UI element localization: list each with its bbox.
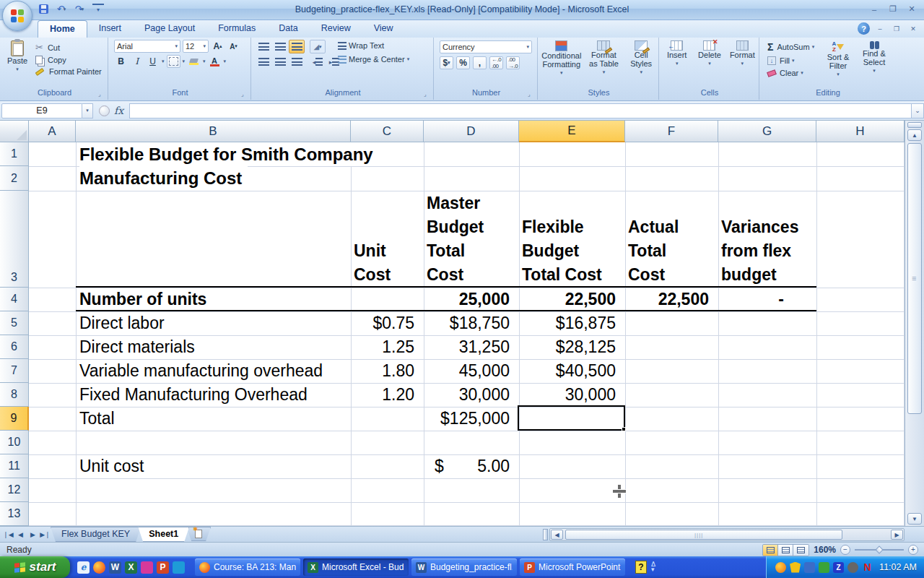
cell-b4[interactable]: Number of units (79, 288, 206, 311)
cell-c3[interactable]: Unit Cost (354, 191, 424, 288)
expand-formula-bar-icon[interactable]: ⌄ (911, 103, 924, 118)
decrease-decimal-button[interactable]: .00→.0 (506, 56, 520, 69)
cell-c5[interactable]: $0.75 (351, 311, 424, 335)
font-size-select[interactable]: 12▾ (183, 40, 209, 53)
clipboard-dialog-launcher[interactable]: ⌟ (98, 91, 105, 98)
task-button-firefox[interactable]: Course: BA 213: Man... (195, 558, 300, 576)
autosum-button[interactable]: ΣAutoSum▾ (765, 40, 816, 53)
cell-e6[interactable]: $28,125 (519, 335, 625, 359)
cell-styles-button[interactable]: Cell Styles▾ (626, 38, 656, 77)
cells-area[interactable]: Flexible Budget for Smith Company Manufa… (29, 142, 905, 526)
paste-button[interactable]: Paste▾ (1, 38, 33, 77)
task-button-excel[interactable]: X Microsoft Excel - Bud... (303, 558, 409, 576)
row-header-1[interactable]: 1 (0, 142, 29, 166)
page-break-view-button[interactable] (793, 545, 808, 556)
tray-volume-icon[interactable] (847, 562, 858, 573)
tab-data[interactable]: Data (267, 20, 309, 38)
row-header-9[interactable]: 9 (0, 407, 29, 431)
font-color-button[interactable]: A (208, 55, 222, 68)
fill-handle[interactable] (622, 427, 626, 431)
row-header-7[interactable]: 7 (0, 359, 29, 383)
font-color-dropdown-icon[interactable]: ▾ (224, 59, 227, 64)
merge-center-button[interactable]: Merge & Center▾ (336, 54, 411, 64)
column-header-h[interactable]: H (816, 121, 905, 142)
cell-d11[interactable]: $ 5.00 (424, 454, 519, 478)
tab-view[interactable]: View (362, 20, 405, 38)
cell-c7[interactable]: 1.80 (351, 359, 424, 383)
tab-review[interactable]: Review (310, 20, 362, 38)
underline-dropdown-icon[interactable]: ▾ (162, 59, 165, 64)
cell-d3[interactable]: Master Budget Total Cost (427, 191, 519, 288)
zoom-slider[interactable] (855, 545, 904, 555)
decrease-indent-button[interactable]: ◂ (310, 55, 326, 69)
cell-b11[interactable]: Unit cost (79, 454, 144, 478)
format-as-table-button[interactable]: Format as Table▾ (585, 38, 622, 77)
workbook-restore-button[interactable]: ❐ (890, 24, 903, 33)
fill-color-dropdown-icon[interactable]: ▾ (203, 59, 206, 64)
help-tray-icon[interactable]: ? (635, 561, 647, 574)
tray-tools-icon[interactable] (804, 562, 815, 573)
align-bottom-button[interactable] (289, 40, 305, 53)
cell-b1[interactable]: Flexible Budget for Smith Company (79, 142, 379, 166)
insert-worksheet-tab[interactable] (186, 527, 211, 541)
insert-cells-button[interactable]: ← Insert▾ (662, 38, 692, 68)
row-header-5[interactable]: 5 (0, 311, 29, 335)
row-header-2[interactable]: 2 (0, 166, 29, 191)
next-sheet-icon[interactable]: ▶ (27, 529, 38, 540)
cell-e4[interactable]: 22,500 (519, 288, 625, 311)
firefox-icon[interactable] (93, 561, 105, 574)
cell-c6[interactable]: 1.25 (351, 335, 424, 359)
fill-color-button[interactable] (187, 55, 201, 68)
cell-e5[interactable]: $16,875 (519, 311, 625, 335)
tab-formulas[interactable]: Formulas (206, 20, 267, 38)
bold-button[interactable]: B (114, 55, 128, 68)
cell-d8[interactable]: 30,000 (424, 383, 519, 407)
tray-n-icon[interactable]: N (862, 562, 873, 573)
office-button[interactable] (2, 1, 32, 31)
cell-d5[interactable]: $18,750 (424, 311, 519, 335)
cell-c8[interactable]: 1.20 (351, 383, 424, 407)
first-sheet-icon[interactable]: ❘◀ (3, 529, 14, 540)
restore-button[interactable]: ❐ (885, 4, 901, 14)
workbook-close-button[interactable]: ✕ (907, 24, 920, 33)
workbook-minimize-button[interactable]: – (873, 24, 886, 33)
row-header-12[interactable]: 12 (0, 478, 29, 502)
align-center-button[interactable] (272, 55, 288, 69)
cell-b6[interactable]: Direct materials (79, 335, 195, 359)
horizontal-split-handle[interactable] (543, 529, 548, 540)
conditional-formatting-button[interactable]: Conditional Formatting▾ (541, 38, 582, 77)
insert-function-button[interactable]: fx (114, 105, 123, 116)
cell-b9[interactable]: Total (79, 407, 115, 431)
cell-d7[interactable]: 45,000 (424, 359, 519, 383)
column-header-b[interactable]: B (76, 121, 351, 142)
comma-style-button[interactable]: , (473, 56, 487, 69)
vertical-split-handle[interactable] (907, 122, 922, 128)
vertical-scroll-thumb[interactable] (907, 143, 922, 414)
align-left-button[interactable] (256, 55, 271, 69)
task-button-powerpoint[interactable]: P Microsoft PowerPoint ... (520, 558, 625, 576)
tray-shield-icon[interactable] (790, 562, 801, 573)
scroll-right-icon[interactable]: ▶ (891, 530, 903, 540)
scroll-down-icon[interactable]: ▼ (907, 513, 922, 525)
column-header-c[interactable]: C (351, 121, 424, 142)
close-button[interactable]: ✕ (904, 4, 920, 14)
sort-filter-button[interactable]: AZ Sort & Filter▾ (821, 40, 855, 79)
sheet-tab-flex-budget-key[interactable]: Flex Budget KEY (51, 527, 141, 542)
orientation-button[interactable]: ◢▾ (310, 40, 326, 53)
column-header-a[interactable]: A (29, 121, 76, 142)
row-header-13[interactable]: 13 (0, 502, 29, 526)
row-header-11[interactable]: 11 (0, 454, 29, 478)
alignment-dialog-launcher[interactable]: ⌟ (424, 91, 431, 98)
clear-button[interactable]: Clear▾ (765, 68, 816, 78)
zoom-slider-handle[interactable] (875, 545, 883, 553)
zoom-in-button[interactable]: + (908, 545, 918, 555)
taskbar-chevron-icon[interactable]: ᐃ▾ (651, 562, 655, 572)
vertical-scrollbar[interactable]: ▲ ▼ (905, 121, 924, 526)
wrap-text-button[interactable]: Wrap Text (336, 40, 411, 51)
tray-messenger-icon[interactable] (775, 562, 786, 573)
column-header-g[interactable]: G (718, 121, 816, 142)
cell-d6[interactable]: 31,250 (424, 335, 519, 359)
excel-icon[interactable]: X (125, 561, 137, 574)
select-all-corner[interactable] (0, 121, 29, 142)
cell-e7[interactable]: $40,500 (519, 359, 625, 383)
